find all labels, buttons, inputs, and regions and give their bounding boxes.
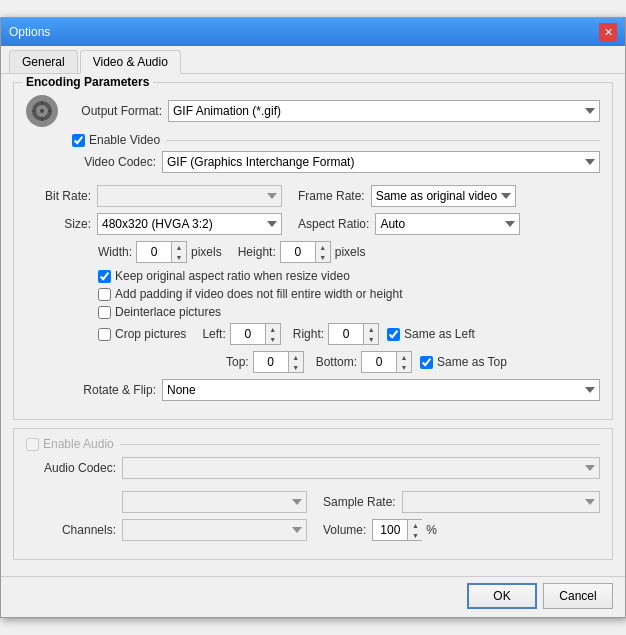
audio-codec-label: Audio Codec:: [26, 461, 116, 475]
left-input[interactable]: [231, 324, 266, 344]
video-codec-label: Video Codec:: [26, 155, 156, 169]
width-height-row: Width: ▲ ▼ pixels Height: ▲ ▼: [98, 241, 600, 263]
rotate-flip-label: Rotate & Flip:: [26, 383, 156, 397]
left-up-button[interactable]: ▲: [266, 324, 280, 334]
deinterlace-label[interactable]: Deinterlace pictures: [115, 305, 221, 319]
deinterlace-row: Deinterlace pictures: [98, 305, 600, 319]
same-as-top-checkbox[interactable]: [420, 356, 433, 369]
enable-video-label[interactable]: Enable Video: [89, 133, 160, 147]
add-padding-checkbox[interactable]: [98, 288, 111, 301]
enable-video-divider: [166, 140, 600, 141]
width-down-button[interactable]: ▼: [172, 252, 186, 262]
height-up-button[interactable]: ▲: [316, 242, 330, 252]
title-bar: Options ✕: [1, 18, 625, 46]
height-spinner[interactable]: ▲ ▼: [280, 241, 331, 263]
enable-video-checkbox[interactable]: [72, 134, 85, 147]
height-label: Height:: [238, 245, 276, 259]
add-padding-row: Add padding if video does not fill entir…: [98, 287, 600, 301]
aspect-ratio-select[interactable]: Auto: [375, 213, 520, 235]
audio-codec-select[interactable]: [122, 457, 600, 479]
frame-rate-select[interactable]: Same as original video: [371, 185, 516, 207]
tab-bar: General Video & Audio: [1, 46, 625, 74]
frame-rate-label: Frame Rate:: [298, 189, 365, 203]
audio-codec-row: Audio Codec:: [26, 457, 600, 479]
bottom-spinner[interactable]: ▲ ▼: [361, 351, 412, 373]
rotate-flip-row: Rotate & Flip: None: [26, 379, 600, 401]
output-format-select[interactable]: GIF Animation (*.gif): [168, 100, 600, 122]
enable-audio-label[interactable]: Enable Audio: [43, 437, 114, 451]
top-down-button[interactable]: ▼: [289, 362, 303, 372]
video-icon: [26, 95, 58, 127]
width-spinner[interactable]: ▲ ▼: [136, 241, 187, 263]
width-input[interactable]: [137, 242, 172, 262]
pixels-label-1: pixels: [191, 245, 222, 259]
video-codec-select[interactable]: GIF (Graphics Interchange Format): [162, 151, 600, 173]
volume-up-button[interactable]: ▲: [408, 520, 422, 530]
tab-video-audio[interactable]: Video & Audio: [80, 50, 181, 74]
crop-pictures-checkbox[interactable]: [98, 328, 111, 341]
output-format-row: Output Format: GIF Animation (*.gif): [26, 95, 600, 127]
aspect-ratio-label: Aspect Ratio:: [298, 217, 369, 231]
width-up-button[interactable]: ▲: [172, 242, 186, 252]
right-spinner[interactable]: ▲ ▼: [328, 323, 379, 345]
bottom-input[interactable]: [362, 352, 397, 372]
size-select[interactable]: 480x320 (HVGA 3:2): [97, 213, 282, 235]
dialog-buttons: OK Cancel: [1, 576, 625, 617]
audio-bitrate-samplerate-row: Sample Rate:: [26, 491, 600, 513]
volume-spinner[interactable]: ▲ ▼: [372, 519, 422, 541]
same-as-left-checkbox[interactable]: [387, 328, 400, 341]
height-input[interactable]: [281, 242, 316, 262]
video-codec-row: Video Codec: GIF (Graphics Interchange F…: [26, 151, 600, 173]
height-spin-buttons: ▲ ▼: [316, 242, 330, 262]
bit-rate-label: Bit Rate:: [26, 189, 91, 203]
top-spinner[interactable]: ▲ ▼: [253, 351, 304, 373]
bit-rate-select[interactable]: [97, 185, 282, 207]
cancel-button[interactable]: Cancel: [543, 583, 613, 609]
sample-rate-select[interactable]: [402, 491, 600, 513]
output-format-label: Output Format:: [72, 104, 162, 118]
encoding-params-group: Encoding Parameters: [13, 82, 613, 420]
options-dialog: Options ✕ General Video & Audio Encoding…: [0, 17, 626, 618]
percent-label: %: [426, 523, 437, 537]
rotate-flip-select[interactable]: None: [162, 379, 600, 401]
keep-aspect-label[interactable]: Keep original aspect ratio when resize v…: [115, 269, 350, 283]
right-label: Right:: [293, 327, 324, 341]
pixels-label-2: pixels: [335, 245, 366, 259]
sample-rate-label: Sample Rate:: [323, 495, 396, 509]
size-aspectratio-row: Size: 480x320 (HVGA 3:2) Aspect Ratio: A…: [26, 213, 600, 235]
height-down-button[interactable]: ▼: [316, 252, 330, 262]
deinterlace-checkbox[interactable]: [98, 306, 111, 319]
crop-label[interactable]: Crop pictures: [115, 327, 186, 341]
bottom-down-button[interactable]: ▼: [397, 362, 411, 372]
top-bottom-row: Top: ▲ ▼ Bottom: ▲ ▼ Same: [226, 351, 600, 373]
top-up-button[interactable]: ▲: [289, 352, 303, 362]
channels-select[interactable]: [122, 519, 307, 541]
volume-down-button[interactable]: ▼: [408, 530, 422, 540]
channels-volume-row: Channels: Volume: ▲ ▼ %: [26, 519, 600, 541]
audio-bitrate-select[interactable]: [122, 491, 307, 513]
ok-button[interactable]: OK: [467, 583, 537, 609]
add-padding-label[interactable]: Add padding if video does not fill entir…: [115, 287, 403, 301]
audio-group: Enable Audio Audio Codec: Sample Rate:: [13, 428, 613, 560]
top-label: Top:: [226, 355, 249, 369]
volume-input[interactable]: [373, 520, 408, 540]
bottom-up-button[interactable]: ▲: [397, 352, 411, 362]
top-input[interactable]: [254, 352, 289, 372]
left-spinner[interactable]: ▲ ▼: [230, 323, 281, 345]
same-as-top-label[interactable]: Same as Top: [437, 355, 507, 369]
right-down-button[interactable]: ▼: [364, 334, 378, 344]
close-button[interactable]: ✕: [599, 23, 617, 41]
enable-audio-checkbox[interactable]: [26, 438, 39, 451]
tab-content: Encoding Parameters: [1, 74, 625, 576]
volume-label: Volume:: [323, 523, 366, 537]
tab-general[interactable]: General: [9, 50, 78, 73]
crop-row: Crop pictures Left: ▲ ▼ Right: ▲ ▼: [98, 323, 600, 345]
keep-aspect-checkbox[interactable]: [98, 270, 111, 283]
enable-video-section: Enable Video: [72, 133, 600, 147]
same-as-left-label[interactable]: Same as Left: [404, 327, 475, 341]
right-up-button[interactable]: ▲: [364, 324, 378, 334]
channels-label: Channels:: [26, 523, 116, 537]
left-label: Left:: [202, 327, 225, 341]
left-down-button[interactable]: ▼: [266, 334, 280, 344]
right-input[interactable]: [329, 324, 364, 344]
